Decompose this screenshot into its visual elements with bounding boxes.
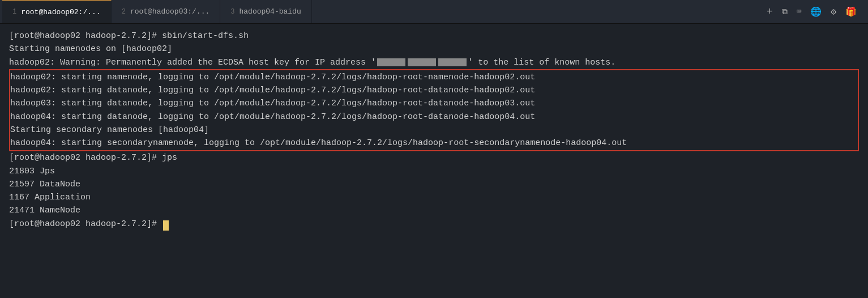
boxed-line-4: hadoop04: starting datanode, logging to … bbox=[10, 110, 858, 124]
tab-2-label: root@hadoop03:/... bbox=[130, 7, 209, 16]
line-2: Starting namenodes on [hadoop02] bbox=[9, 42, 859, 56]
permanently-text: Permanently bbox=[106, 58, 162, 67]
prompt-text: [root@hadoop02 hadoop-2.7.2]# bbox=[9, 219, 162, 229]
tab-2[interactable]: 2 root@hadoop03:/... bbox=[112, 0, 221, 23]
line-3: hadoop02: Warning: Permanently added the… bbox=[9, 56, 859, 69]
tab-3[interactable]: 3 hadoop04-baidu bbox=[220, 0, 311, 23]
new-tab-button[interactable]: + bbox=[767, 6, 773, 18]
line-application: 1167 Application bbox=[9, 191, 859, 204]
boxed-line-5: Starting secondary namenodes [hadoop04] bbox=[10, 124, 858, 137]
keyboard-icon[interactable]: ⌨ bbox=[797, 7, 801, 16]
boxed-line-6: hadoop04: starting secondarynamenode, lo… bbox=[10, 137, 858, 150]
tab-1[interactable]: 1 root@hadoop02:/... bbox=[2, 0, 112, 23]
tab-actions: + ⧉ ⌨ 🌐 ⚙ 🎁 bbox=[767, 6, 866, 18]
cursor bbox=[163, 220, 169, 231]
settings-icon[interactable]: ⚙ bbox=[831, 6, 836, 18]
ip-box-3 bbox=[438, 58, 467, 66]
line-jps-cmd: [root@hadoop02 hadoop-2.7.2]# jps bbox=[9, 151, 859, 164]
line-namenode: 21471 NameNode bbox=[9, 204, 859, 217]
app-window: 1 root@hadoop02:/... 2 root@hadoop03:/..… bbox=[0, 0, 868, 298]
line-1: [root@hadoop02 hadoop-2.7.2]# sbin/start… bbox=[9, 29, 859, 42]
boxed-line-3: hadoop03: starting datanode, logging to … bbox=[10, 97, 858, 110]
line-jps: 21803 Jps bbox=[9, 165, 859, 178]
gift-icon[interactable]: 🎁 bbox=[845, 6, 857, 18]
restore-button[interactable]: ⧉ bbox=[782, 7, 788, 16]
ip-box-2 bbox=[408, 58, 436, 66]
tab-1-number: 1 bbox=[12, 8, 16, 16]
globe-icon[interactable]: 🌐 bbox=[810, 6, 822, 18]
tab-3-number: 3 bbox=[230, 8, 234, 16]
line-final-prompt: [root@hadoop02 hadoop-2.7.2]# bbox=[9, 218, 859, 231]
tab-3-label: hadoop04-baidu bbox=[239, 7, 301, 16]
boxed-line-2: hadoop02: starting datanode, logging to … bbox=[10, 84, 858, 97]
tab-1-label: root@hadoop02:/... bbox=[21, 8, 100, 16]
tab-bar: 1 root@hadoop02:/... 2 root@hadoop03:/..… bbox=[0, 0, 868, 24]
terminal: [root@hadoop02 hadoop-2.7.2]# sbin/start… bbox=[0, 24, 868, 298]
ip-box-1 bbox=[377, 58, 405, 66]
tab-2-number: 2 bbox=[122, 8, 126, 16]
boxed-line-1: hadoop02: starting namenode, logging to … bbox=[10, 71, 858, 84]
boxed-section: hadoop02: starting namenode, logging to … bbox=[9, 69, 859, 152]
line-datanode: 21597 DataNode bbox=[9, 178, 859, 191]
